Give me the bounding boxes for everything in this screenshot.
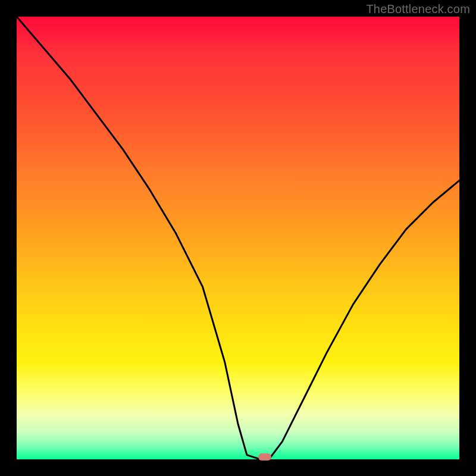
curve-svg (17, 17, 459, 459)
chart-frame: TheBottleneck.com (0, 0, 476, 476)
optimum-marker (258, 453, 271, 461)
watermark-text: TheBottleneck.com (366, 2, 470, 16)
plot-area (17, 17, 459, 459)
bottleneck-curve-path (17, 17, 459, 459)
